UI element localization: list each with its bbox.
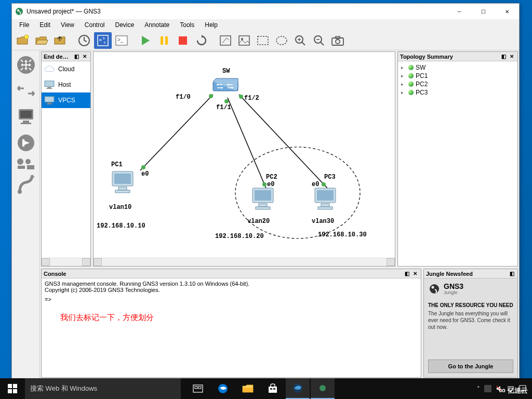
end-devices-button[interactable] <box>14 104 38 129</box>
dock-close-icon[interactable]: ✕ <box>411 270 419 277</box>
console-button[interactable]: >_ <box>113 32 130 49</box>
maximize-button[interactable]: ☐ <box>471 4 495 19</box>
svg-rect-84 <box>520 385 526 391</box>
svg-rect-61 <box>317 190 334 201</box>
security-devices-button[interactable] <box>14 130 38 155</box>
svg-rect-27 <box>21 123 31 124</box>
all-devices-button[interactable] <box>14 156 38 171</box>
gns3-running-icon[interactable] <box>311 378 335 399</box>
system-tray[interactable]: ˄ <box>472 384 532 393</box>
svg-rect-32 <box>18 166 25 169</box>
menu-help[interactable]: Help <box>200 20 223 30</box>
svg-rect-11 <box>165 36 168 45</box>
svg-point-34 <box>18 190 22 194</box>
menu-tools[interactable]: Tools <box>175 20 200 30</box>
topology-canvas[interactable]: SW f1/0 f1/1 f1/2 PC1 e0 vlan10 192.168.… <box>94 52 395 258</box>
end-devices-panel: End de… ◧ ✕ Cloud Host <box>41 51 91 267</box>
menubar: File Edit View Control Device Annotate T… <box>12 19 519 31</box>
reload-all-button[interactable] <box>193 32 210 49</box>
status-led-icon <box>408 82 414 87</box>
zoom-in-button[interactable] <box>291 32 309 49</box>
show-labels-button[interactable]: abc <box>94 32 112 49</box>
insert-image-button[interactable] <box>235 32 253 49</box>
store-icon[interactable] <box>261 378 285 399</box>
node-pc1[interactable] <box>109 169 134 194</box>
newsfeed-content: GNS3 Jungle THE ONLY RESOURCE YOU NEED T… <box>424 278 517 377</box>
node-pc3[interactable] <box>312 186 337 211</box>
svg-point-64 <box>430 284 439 294</box>
snapshot-button[interactable] <box>75 32 93 49</box>
svg-rect-12 <box>179 36 187 45</box>
topology-item-pc3[interactable]: ▸PC3 <box>400 88 515 97</box>
dock-float-icon[interactable]: ◧ <box>500 53 507 60</box>
device-item-cloud[interactable]: Cloud <box>42 61 90 77</box>
close-button[interactable]: ✕ <box>495 4 519 19</box>
topology-item-pc2[interactable]: ▸PC2 <box>400 80 515 88</box>
save-project-button[interactable] <box>51 32 69 49</box>
start-all-button[interactable] <box>137 32 154 49</box>
menu-annotate[interactable]: Annotate <box>139 20 175 30</box>
menu-control[interactable]: Control <box>79 20 110 30</box>
menu-edit[interactable]: Edit <box>34 20 56 30</box>
svg-rect-69 <box>13 389 17 393</box>
device-item-host[interactable]: Host <box>42 77 90 92</box>
dock-float-icon[interactable]: ◧ <box>403 270 410 277</box>
add-link-button[interactable] <box>14 172 38 197</box>
edge-running-icon[interactable] <box>286 378 310 399</box>
dock-close-icon[interactable]: ✕ <box>508 53 515 60</box>
screenshot-button[interactable] <box>329 32 347 49</box>
routers-button[interactable] <box>14 52 38 77</box>
svg-rect-53 <box>114 174 131 184</box>
stop-all-button[interactable] <box>174 32 192 49</box>
svg-rect-76 <box>270 388 272 390</box>
switches-button[interactable] <box>14 78 38 103</box>
edge-icon[interactable] <box>211 378 235 399</box>
dock-float-icon[interactable]: ◧ <box>508 270 515 277</box>
device-item-vpcs[interactable]: VPCS <box>42 92 90 108</box>
newsfeed-cta-button[interactable]: Go to the Jungle <box>428 360 513 373</box>
dock-close-icon[interactable]: ✕ <box>81 53 88 60</box>
open-project-button[interactable] <box>33 32 50 49</box>
node-sw[interactable] <box>212 77 239 93</box>
svg-point-2 <box>24 35 29 39</box>
tray-chevron-icon[interactable]: ˄ <box>477 385 480 392</box>
status-led-icon <box>408 73 414 78</box>
tray-network-icon[interactable] <box>507 385 514 392</box>
topology-item-pc1[interactable]: ▸PC1 <box>400 72 515 80</box>
svg-line-43 <box>239 95 327 188</box>
menu-device[interactable]: Device <box>110 20 140 30</box>
menu-view[interactable]: View <box>56 20 79 30</box>
device-label: Cloud <box>58 65 74 73</box>
dock-float-icon[interactable]: ◧ <box>73 53 80 60</box>
topology-summary-panel: Topology Summary ◧ ✕ ▸SW ▸PC1 ▸PC2 ▸PC3 <box>397 51 518 267</box>
pause-all-button[interactable] <box>155 32 173 49</box>
svg-rect-38 <box>45 97 54 102</box>
file-explorer-icon[interactable] <box>236 378 260 399</box>
svg-rect-16 <box>258 36 268 45</box>
taskbar-search[interactable]: 搜索 Web 和 Windows <box>25 378 181 399</box>
svg-rect-14 <box>239 36 249 45</box>
menu-file[interactable]: File <box>14 20 34 30</box>
volume-icon[interactable] <box>496 385 503 392</box>
task-view-button[interactable] <box>186 378 210 399</box>
draw-ellipse-button[interactable] <box>273 32 290 49</box>
svg-rect-71 <box>195 387 197 389</box>
gns3-window: Unsaved project* — GNS3 ─ ☐ ✕ File Edit … <box>11 3 520 379</box>
zoom-out-button[interactable] <box>310 32 328 49</box>
topology-item-sw[interactable]: ▸SW <box>400 63 515 72</box>
svg-point-80 <box>320 385 326 391</box>
notifications-icon[interactable] <box>518 384 527 393</box>
console-output[interactable]: GNS3 management console. Running GNS3 ve… <box>42 278 421 377</box>
new-project-button[interactable] <box>14 32 32 49</box>
devices-scrollbar[interactable] <box>42 258 90 266</box>
svg-rect-66 <box>8 384 12 388</box>
svg-rect-83 <box>510 391 512 392</box>
tray-icon[interactable] <box>484 385 491 392</box>
titlebar[interactable]: Unsaved project* — GNS3 ─ ☐ ✕ <box>12 4 519 19</box>
draw-rectangle-button[interactable] <box>254 32 272 49</box>
annotate-text-button[interactable] <box>217 32 234 49</box>
canvas-scrollbar[interactable] <box>94 258 395 266</box>
start-button[interactable] <box>0 378 25 399</box>
node-pc2[interactable] <box>249 186 274 211</box>
minimize-button[interactable]: ─ <box>447 4 471 19</box>
